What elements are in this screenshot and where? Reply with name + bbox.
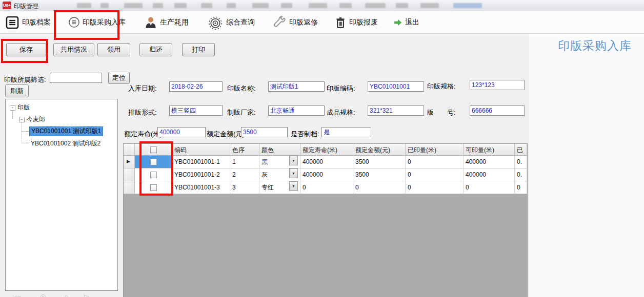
cell-amount[interactable]: 0 (353, 181, 406, 194)
cell-code[interactable]: YBC01001001-3 (172, 181, 230, 194)
chevron-down-icon[interactable]: ▼ (289, 168, 298, 178)
toolbar-item-plate-archive[interactable]: 印版档案 (0, 12, 56, 33)
tree-guide-line (22, 131, 29, 132)
column-header-amount[interactable]: 额定金额(元) (353, 144, 406, 156)
clipped-bottom-icon: ▷ (84, 292, 90, 297)
print-button[interactable]: 打印 (182, 43, 215, 56)
plate-maker-label: 制版厂家: (227, 108, 256, 117)
color-combobox[interactable]: 专红 ▼ (259, 181, 298, 191)
cell-truncated[interactable]: 0 (515, 181, 527, 194)
redacted-menu-item (201, 3, 212, 8)
plate-number-field[interactable] (470, 105, 525, 116)
toolbar-item-comprehensive-query[interactable]: 综合查询 (202, 12, 260, 33)
rated-life-label: 额定寿命(米) (124, 130, 162, 139)
cell-code[interactable]: YBC01001001-2 (172, 168, 230, 181)
clipped-bottom-icon: ◎ (40, 292, 46, 297)
cell-printable[interactable]: 400000 (464, 168, 515, 181)
color-detail-grid: 编码 色序 颜色 额定寿命(米) 额定金额(元) 已印量(米) 可印量(米) 已… (123, 143, 528, 297)
page-title: 印版采购入库 (558, 38, 632, 54)
cell-amount[interactable]: 3500 (353, 156, 406, 168)
cell-code[interactable]: YBC01001001-1 (172, 156, 230, 168)
toolbar-item-plate-scrap[interactable]: 印版报废 (329, 12, 383, 33)
cell-printed[interactable]: 0 (406, 156, 464, 168)
plate-maker-field[interactable] (268, 105, 325, 116)
return-button[interactable]: 归还 (139, 43, 172, 56)
redacted-menu-item (339, 3, 352, 8)
redacted-menu-item (365, 3, 386, 8)
color-combobox-value: 灰 (259, 168, 289, 178)
cell-life[interactable]: 0 (300, 181, 353, 194)
shared-status-button[interactable]: 共用情况 (53, 43, 94, 56)
tree-node-root[interactable]: - 印版 (10, 103, 30, 112)
plate-code-label: 印版编码: (327, 84, 355, 93)
in-date-label: 入库日期: (128, 84, 157, 93)
cell-printable[interactable]: 400000 (464, 156, 515, 168)
color-combobox[interactable]: 黑 ▼ (259, 156, 298, 165)
borrow-button[interactable]: 领用 (97, 43, 130, 56)
column-header-printable[interactable]: 可印量(米) (464, 144, 515, 156)
column-header-code[interactable]: 编码 (172, 144, 230, 156)
redacted-menu-item (174, 3, 187, 8)
in-date-field[interactable] (169, 81, 223, 92)
rated-amount-field[interactable] (241, 127, 288, 137)
cell-seq[interactable]: 1 (230, 156, 259, 168)
plate-name-field[interactable] (268, 81, 325, 92)
table-row[interactable]: ▶ YBC01001001-1 1 黑 ▼ 400000 3500 0 4000… (124, 156, 527, 168)
grid-header-row: 编码 色序 颜色 额定寿命(米) 额定金额(元) 已印量(米) 可印量(米) 已 (124, 144, 527, 156)
column-header-life[interactable]: 额定寿命(米) (300, 144, 353, 156)
layout-form-label: 排版形式: (128, 108, 157, 117)
cell-printed[interactable]: 0 (406, 181, 464, 194)
cell-seq[interactable]: 3 (230, 181, 259, 194)
refresh-button[interactable]: 刷新 (5, 84, 29, 97)
collapse-icon[interactable]: - (10, 105, 15, 111)
tree-node-group[interactable]: - 今麦郎 (19, 115, 45, 124)
cell-life[interactable]: 400000 (300, 168, 353, 181)
column-header-truncated[interactable]: 已 (515, 144, 527, 156)
color-combobox[interactable]: 灰 ▼ (259, 168, 298, 178)
is-archived-field[interactable] (321, 127, 371, 137)
toolbar-item-plate-repair[interactable]: 印版返修 (267, 12, 323, 33)
locate-button[interactable]: 定位 (108, 72, 130, 84)
cell-truncated[interactable]: 0. (515, 156, 527, 168)
toolbar-label: 印版报废 (349, 18, 378, 27)
cell-seq[interactable]: 2 (230, 168, 259, 181)
chevron-down-icon[interactable]: ▼ (289, 156, 298, 165)
column-header-color[interactable]: 颜色 (259, 144, 300, 156)
tree-node-label: 印版 (17, 103, 30, 112)
tree-guide-line (22, 143, 29, 143)
plate-spec-field[interactable] (470, 80, 525, 90)
toolbar-item-exit[interactable]: 退出 (388, 12, 425, 33)
layout-form-field[interactable] (169, 105, 223, 116)
table-row[interactable]: YBC01001001-3 3 专红 ▼ 0 0 0 0 0 (124, 181, 527, 194)
app-logo: U8+ (3, 2, 11, 9)
cell-color[interactable]: 灰 ▼ (259, 168, 300, 181)
row-indicator-cell (124, 181, 135, 194)
content-background (529, 34, 644, 297)
cell-printable[interactable]: 0 (464, 181, 515, 194)
rated-life-field[interactable] (157, 127, 206, 137)
column-header-seq[interactable]: 色序 (230, 144, 259, 156)
tree-item-plate-1[interactable]: YBC01001001 测试印版1 (29, 127, 103, 136)
redacted-menu-item-active (453, 3, 482, 8)
plate-filter-input[interactable] (50, 73, 102, 83)
chevron-down-icon[interactable]: ▼ (289, 181, 298, 191)
redacted-menu-item (124, 3, 143, 8)
column-header-printed[interactable]: 已印量(米) (406, 144, 464, 156)
cell-truncated[interactable]: 0. (515, 168, 527, 181)
cell-color[interactable]: 黑 ▼ (259, 156, 300, 168)
window-title: 印版管理 (14, 2, 38, 11)
clipped-bottom-icon: ▭ (14, 292, 21, 297)
redacted-menu-item (252, 3, 269, 8)
green-arrow-icon (393, 18, 402, 27)
cell-life[interactable]: 400000 (300, 156, 353, 168)
tree-item-plate-2[interactable]: YBC01001002 测试印版2 (31, 139, 100, 148)
cell-printed[interactable]: 0 (406, 168, 464, 181)
cell-color[interactable]: 专红 ▼ (259, 181, 300, 194)
plate-code-field[interactable] (368, 81, 424, 92)
tree-node-label-selected: YBC01001001 测试印版1 (29, 126, 103, 136)
collapse-icon[interactable]: - (19, 117, 25, 122)
toolbar-item-production-consumption[interactable]: 生产耗用 (139, 12, 194, 33)
table-row[interactable]: YBC01001001-2 2 灰 ▼ 400000 3500 0 400000… (124, 168, 527, 181)
cell-amount[interactable]: 3500 (353, 168, 406, 181)
product-spec-field[interactable] (368, 105, 424, 116)
